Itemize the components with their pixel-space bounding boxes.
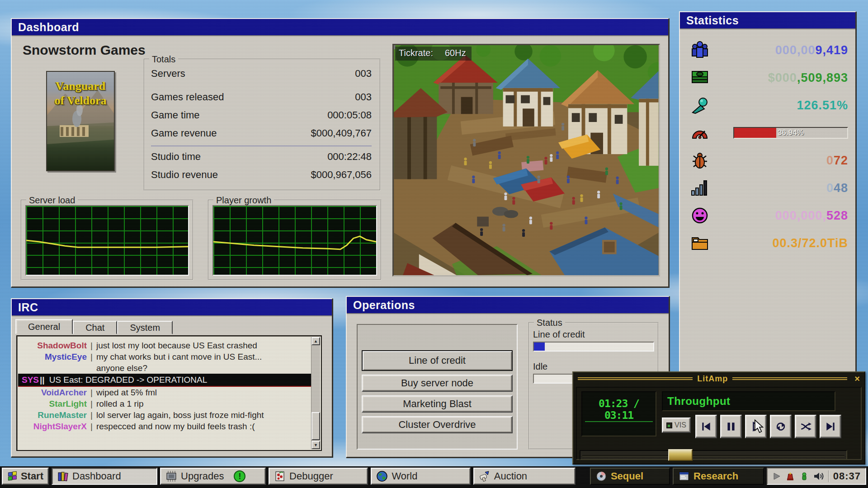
irc-titlebar[interactable]: IRC — [12, 299, 332, 316]
globe-icon — [376, 470, 388, 482]
row-value: 003 — [355, 91, 372, 103]
row-value: 000:05:08 — [327, 109, 372, 121]
close-icon[interactable]: × — [854, 374, 860, 383]
totals-row-game-revenue: Game revenue $000,409,767 — [151, 127, 372, 139]
chip-icon — [165, 470, 177, 482]
litamp-body: 01:23 / 03:11 Throughput VIS — [576, 387, 862, 460]
play-icon — [750, 421, 762, 432]
pause-button[interactable] — [720, 415, 742, 438]
track-display: Throughput — [662, 391, 835, 411]
play-button[interactable] — [745, 415, 767, 438]
tab-system[interactable]: System — [117, 321, 173, 334]
prev-button[interactable] — [695, 415, 717, 438]
start-logo-icon — [7, 470, 17, 483]
totals-row-game-time: Game time 000:05:08 — [151, 109, 372, 121]
scroll-up-icon[interactable]: ▲ — [311, 337, 320, 345]
clock: 08:37 — [833, 470, 861, 482]
fez-hat-icon[interactable] — [785, 471, 795, 481]
cover-title-line1: Vanguard — [47, 79, 114, 94]
taskbar-item-label: Dashboard — [72, 470, 121, 482]
money-icon — [690, 68, 710, 88]
play-tray-icon[interactable] — [772, 472, 781, 481]
tickrate-label: Tickrate: — [399, 48, 433, 58]
taskbar-item-research[interactable]: Research — [673, 468, 764, 485]
player-growth-groupbox: Player growth — [208, 200, 382, 280]
stat-row-players: 000,009,419 — [680, 39, 855, 61]
studio-name: Snowstorm Games — [23, 42, 146, 58]
taskbar-item-debugger[interactable]: Debugger — [269, 468, 368, 485]
row-label: Servers — [151, 68, 185, 80]
totals-row-studio-revenue: Studio revenue $000,967,056 — [151, 169, 372, 181]
credit-progress-fill — [534, 343, 545, 351]
litamp-titlebar[interactable]: LitAmp × — [573, 372, 864, 385]
gauge-icon — [690, 123, 710, 143]
taskbar-item-world[interactable]: World — [371, 468, 470, 485]
seek-bar[interactable] — [580, 450, 847, 460]
stat-value: 000,009,419 — [775, 43, 848, 57]
scrollbar-thumb[interactable] — [311, 412, 320, 440]
volume-icon[interactable] — [813, 471, 824, 481]
repeat-button[interactable] — [770, 415, 792, 438]
scroll-down-icon[interactable]: ▼ — [311, 441, 320, 449]
lcd-divider — [585, 421, 653, 422]
users-icon — [690, 40, 710, 60]
vis-indicator — [666, 422, 672, 428]
credit-progress-bar — [533, 342, 654, 352]
status-label: Status — [534, 318, 565, 328]
operations-titlebar[interactable]: Operations — [347, 297, 669, 314]
start-button[interactable]: Start — [2, 468, 49, 485]
operations-title: Operations — [353, 299, 415, 312]
buy-server-node-button[interactable]: Buy server node — [362, 375, 513, 392]
load-gauge-text: 36.94% — [734, 128, 847, 138]
line-of-credit-button[interactable]: Line of credit — [362, 350, 513, 371]
chat-message: MysticEye | my chat works but i cant mov… — [18, 351, 311, 362]
taskbar-item-upgrades[interactable]: Upgrades ! — [160, 468, 266, 485]
row-value: 003 — [355, 68, 372, 80]
game-viewport[interactable]: Tickrate: 60Hz — [392, 44, 660, 277]
tickrate-overlay: Tickrate: 60Hz — [395, 47, 472, 61]
cover-title-line2: of Veldora — [47, 94, 114, 108]
chat-text: rolled a 1 rip — [96, 398, 144, 409]
vis-toggle-button[interactable]: VIS — [662, 418, 691, 433]
marketing-blast-button[interactable]: Marketing Blast — [362, 395, 513, 413]
taskbar-item-label: Sequel — [611, 470, 643, 482]
irc-chat-area[interactable]: ShadowBolt | just lost my loot because U… — [16, 335, 322, 451]
stat-value: 000,000,528 — [775, 209, 848, 223]
seek-handle[interactable] — [668, 449, 693, 461]
taskbar-item-auction[interactable]: Auction — [473, 468, 576, 485]
titlebar-stripes — [732, 377, 847, 380]
server-load-chart — [25, 205, 189, 276]
shuffle-icon — [800, 421, 811, 432]
upgrade-alert-badge: ! — [234, 470, 245, 482]
shuffle-button[interactable] — [795, 415, 816, 438]
totals-separator — [151, 145, 372, 146]
taskbar-item-sequel[interactable]: Sequel — [590, 468, 670, 485]
playback-time: 01:23 / 03:11 — [582, 398, 656, 421]
next-button[interactable] — [820, 415, 841, 438]
bug-report-icon — [274, 470, 286, 482]
dashboard-titlebar[interactable]: Dashboard — [12, 19, 668, 36]
chat-message: VoidArcher | wiped at 5% fml — [18, 387, 311, 398]
litamp-title: LitAmp — [697, 374, 728, 384]
tab-general[interactable]: General — [15, 319, 73, 334]
taskbar-item-label: Auction — [494, 470, 527, 482]
chat-separator: || — [40, 374, 45, 386]
chat-scrollbar[interactable]: ▲ ▼ — [311, 337, 320, 449]
tab-chat[interactable]: Chat — [73, 321, 117, 334]
irc-tabs: General Chat System — [15, 319, 173, 334]
taskbar-item-dashboard[interactable]: Dashboard — [52, 468, 157, 485]
creature-icon[interactable] — [799, 471, 809, 481]
chat-message-system: SYS || US East: DEGRADED -> OPERATIONAL — [18, 374, 311, 387]
taskbar-item-label: Research — [693, 470, 738, 482]
smiley-icon — [690, 206, 710, 225]
game-cover[interactable]: Vanguard of Veldora — [46, 71, 115, 171]
taskbar-item-label: World — [392, 470, 417, 482]
prev-icon — [700, 421, 712, 432]
taskbar: Start Dashboard Upgrades ! Debugger Worl… — [0, 466, 868, 488]
stat-value: $000,509,893 — [768, 71, 848, 85]
cluster-overdrive-button[interactable]: Cluster Overdrive — [362, 416, 513, 433]
comet-icon — [690, 95, 710, 115]
pause-icon — [725, 421, 737, 432]
chat-separator: | — [90, 351, 93, 362]
statistics-titlebar[interactable]: Statistics — [680, 12, 855, 29]
